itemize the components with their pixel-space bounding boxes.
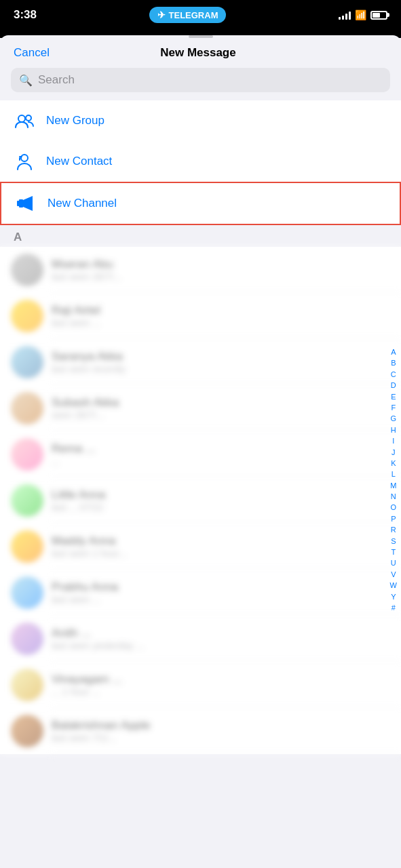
alpha-M[interactable]: M <box>390 481 396 491</box>
contact-status-7: last seen 1 hour... <box>52 548 390 559</box>
alpha-D[interactable]: D <box>391 380 396 391</box>
contact-name-8: Prabhu Anna <box>52 580 390 594</box>
signal-icon <box>339 10 351 20</box>
new-group-label: New Group <box>46 114 104 127</box>
alpha-V[interactable]: V <box>391 570 396 580</box>
contact-item-4[interactable]: Subash Akka seen 26/7/... <box>0 385 401 431</box>
avatar-9 <box>11 623 43 655</box>
contact-info-10: Vinayagam ... ... 1 hour ... <box>52 673 390 697</box>
contact-status-1: last seen 26/7/... <box>52 271 390 282</box>
alpha-A[interactable]: A <box>391 347 396 357</box>
contact-item-2[interactable]: Raji Airtel last seen ... <box>0 293 401 339</box>
search-icon: 🔍 <box>19 74 33 87</box>
alpha-S[interactable]: S <box>391 536 396 547</box>
contact-item-5[interactable]: Rema ... ... <box>0 431 401 477</box>
contact-status-11: last seen 7/1/... <box>52 732 390 743</box>
avatar-5 <box>11 438 43 471</box>
alpha-O[interactable]: O <box>391 502 397 513</box>
contact-info-9: Anith ... last seen yesterday ... <box>52 627 390 651</box>
alpha-E[interactable]: E <box>391 392 396 402</box>
avatar-8 <box>11 576 43 609</box>
contact-item-7[interactable]: Maddy Anna last seen 1 hour... <box>0 524 401 570</box>
svg-rect-5 <box>19 199 23 208</box>
avatar-2 <box>11 300 43 332</box>
alpha-W[interactable]: W <box>390 580 397 591</box>
contact-item-10[interactable]: Vinayagam ... ... 1 hour ... <box>0 662 401 708</box>
status-bar: 3:38 ✈ TELEGRAM 📶 <box>0 0 401 30</box>
wifi-icon: 📶 <box>355 9 366 20</box>
page-title: New Message <box>160 46 236 60</box>
avatar-6 <box>11 484 43 517</box>
menu-item-new-contact[interactable]: New Contact <box>0 141 401 182</box>
contact-status-6: last ... 07/22 <box>52 502 390 513</box>
contact-status-9: last seen yesterday ... <box>52 640 390 651</box>
contact-info-8: Prabhu Anna last seen ... <box>52 580 390 605</box>
search-placeholder: Search <box>38 73 75 87</box>
alpha-F[interactable]: F <box>391 403 396 413</box>
contact-status-4: seen 26/7/... <box>52 410 390 420</box>
channel-icon <box>15 193 37 214</box>
status-icons: 📶 <box>339 9 387 20</box>
svg-point-0 <box>18 115 25 122</box>
alpha-Y[interactable]: Y <box>391 592 396 602</box>
avatar-10 <box>11 669 43 701</box>
search-bar-container: 🔍 Search <box>0 68 401 100</box>
avatar-7 <box>11 530 43 563</box>
contact-name-4: Subash Akka <box>52 396 390 410</box>
contact-status-8: last seen ... <box>52 594 390 605</box>
contact-name-1: Mseran Abu <box>52 258 390 271</box>
menu-item-new-channel[interactable]: New Channel <box>0 182 401 225</box>
contact-name-6: Little Anna <box>52 488 390 502</box>
contact-item-1[interactable]: Mseran Abu last seen 26/7/... <box>0 247 401 293</box>
contacts-list: Mseran Abu last seen 26/7/... Raji Airte… <box>0 247 401 754</box>
alpha-R[interactable]: R <box>391 525 396 535</box>
alpha-K[interactable]: K <box>391 458 396 469</box>
alpha-J[interactable]: J <box>392 448 396 458</box>
avatar-1 <box>11 254 43 286</box>
nav-bar: Cancel New Message <box>0 38 401 68</box>
contact-item-11[interactable]: Balakrishnan Apple last seen 7/1/... <box>0 708 401 754</box>
alpha-N[interactable]: N <box>391 492 396 502</box>
menu-list: New Group New Contact <box>0 100 401 225</box>
contact-name-7: Maddy Anna <box>52 534 390 548</box>
alpha-hash[interactable]: # <box>392 603 396 613</box>
telegram-icon: ✈ <box>157 9 166 20</box>
alpha-U[interactable]: U <box>391 558 396 568</box>
section-header-a: A <box>0 225 401 247</box>
contact-info-11: Balakrishnan Apple last seen 7/1/... <box>52 719 390 743</box>
contact-name-10: Vinayagam ... <box>52 673 390 686</box>
contact-info-7: Maddy Anna last seen 1 hour... <box>52 534 390 559</box>
new-contact-label: New Contact <box>46 155 112 168</box>
alpha-T[interactable]: T <box>391 547 396 557</box>
telegram-badge: ✈ TELEGRAM <box>149 7 227 23</box>
contact-name-11: Balakrishnan Apple <box>52 719 390 732</box>
avatar-3 <box>11 346 43 378</box>
contact-item-9[interactable]: Anith ... last seen yesterday ... <box>0 616 401 662</box>
avatar-11 <box>11 715 43 747</box>
cancel-button[interactable]: Cancel <box>14 46 50 60</box>
contact-info-4: Subash Akka seen 26/7/... <box>52 396 390 420</box>
alpha-H[interactable]: H <box>391 425 396 435</box>
alpha-B[interactable]: B <box>391 358 396 368</box>
alpha-P[interactable]: P <box>391 514 396 524</box>
contact-item-3[interactable]: Saranya Akka last seen recently <box>0 339 401 385</box>
alpha-L[interactable]: L <box>392 469 396 479</box>
contact-status-3: last seen recently <box>52 363 390 374</box>
contact-status-5: ... <box>52 456 390 467</box>
search-bar[interactable]: 🔍 Search <box>11 68 390 92</box>
contact-item-6[interactable]: Little Anna last ... 07/22 <box>0 477 401 524</box>
alpha-G[interactable]: G <box>391 414 397 424</box>
alpha-I[interactable]: I <box>392 436 394 446</box>
contact-info-1: Mseran Abu last seen 26/7/... <box>52 258 390 282</box>
contact-item-8[interactable]: Prabhu Anna last seen ... <box>0 570 401 616</box>
group-icon <box>14 110 35 132</box>
svg-point-1 <box>26 115 31 121</box>
battery-icon <box>370 11 387 20</box>
contact-name-3: Saranya Akka <box>52 350 390 363</box>
contact-name-9: Anith ... <box>52 627 390 640</box>
new-channel-label: New Channel <box>47 197 117 210</box>
menu-item-new-group[interactable]: New Group <box>0 100 401 141</box>
contact-info-5: Rema ... ... <box>52 442 390 467</box>
contact-info-3: Saranya Akka last seen recently <box>52 350 390 374</box>
alpha-C[interactable]: C <box>391 370 396 380</box>
